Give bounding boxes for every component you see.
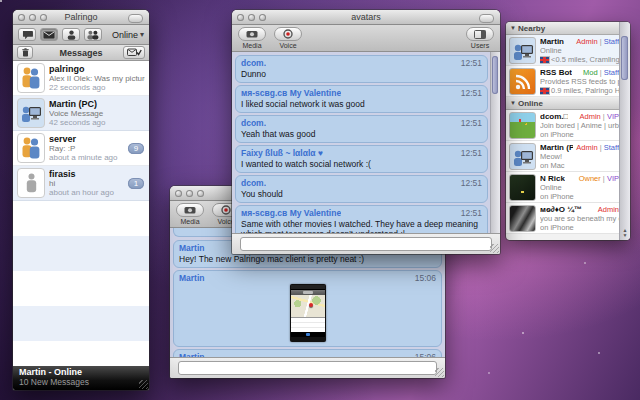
record-icon [221,205,231,215]
resize-grip[interactable] [490,244,499,253]
message-time: 12:51 [461,58,482,68]
minimize-button[interactable] [186,190,193,197]
message-text: Dunno [241,69,482,79]
zoom-button[interactable] [40,14,47,21]
minimize-button[interactable] [29,14,36,21]
person-icon [67,30,76,40]
toolbar-toggle-button[interactable] [128,14,143,23]
zoom-button[interactable] [197,190,204,197]
contact-status: Provides RSS feeds to p... [540,77,619,86]
conversation-list: palringo Alex II Olek: Was my picture ni… [13,61,149,366]
trash-icon [22,48,29,57]
voice-button[interactable]: Voice [274,27,302,49]
map-pin-icon [309,303,313,307]
status-dropdown[interactable]: Online ▾ [112,30,144,40]
users-button[interactable]: Users [466,27,494,49]
conversation-preview: Voice Message [49,109,145,118]
drawer-scrollbar[interactable]: ▲▼ [619,22,630,240]
avatars-window-titlebar[interactable]: avatars [232,10,500,25]
scrollbar-thumb[interactable] [492,56,498,94]
contacts-tab-button[interactable] [62,28,80,41]
role-badge: Staff [604,68,619,77]
contact-row-nrick[interactable]: N Rick Owner | VIP Online on iPhone [506,172,630,203]
avatars-message-area: dcom.12:51 Dunno мя-ѕcвg.cв My Valentine… [232,52,500,233]
contact-location: 0.9 miles, Palringo H... [551,86,619,95]
camera-icon [184,206,196,214]
message-bubble: мя-ѕcвg.cв My Valentine12:51 Same with o… [235,205,488,233]
section-header-online[interactable]: ▼ Online [506,97,630,110]
mark-read-button[interactable] [123,46,145,59]
message-bubble: Faixy ßluß ~ lαlαlα ♥12:51 I wanted to w… [235,145,488,173]
message-time: 12:51 [461,148,482,158]
avatars-window: avatars Media Voice Users dcom.12:51 Dun… [232,10,500,254]
message-input[interactable] [240,237,492,251]
contact-row-mod[interactable]: мѳ∂♦O ¼™ Admin you are so beneath my c..… [506,203,630,234]
contact-row-dcom[interactable]: dcom.□ Admin | VIP Join bored | Anime | … [506,110,630,141]
disclosure-triangle-icon: ▼ [510,100,516,106]
sender-name: Martin [179,273,205,283]
message-text: I wanted to watch social network :( [241,159,482,169]
toolbar-toggle-button[interactable] [479,14,494,23]
conversation-row-server[interactable]: server Ray: :P about a minute ago 9 [13,131,149,166]
conversation-time: 42 seconds ago [49,118,145,127]
avatar [17,98,45,128]
two-people-avatar-icon [21,137,41,159]
minimize-button[interactable] [248,14,255,21]
message-text: Same with other movies I watched. They h… [241,219,482,233]
delete-button[interactable] [17,46,33,59]
conversation-row-palringo[interactable]: palringo Alex II Olek: Was my picture ni… [13,61,149,96]
message-time: 15:06 [415,273,436,283]
groups-tab-button[interactable] [84,28,102,41]
people-icon [87,30,99,40]
uk-flag-icon [540,57,549,63]
contact-row-martin-pc[interactable]: Martin (PC) Admin | Staff Meow! on Mac [506,141,630,172]
unread-badge: 9 [128,143,144,154]
role-badge: Owner [579,174,601,183]
avatar [509,68,536,95]
close-button[interactable] [237,14,244,21]
avatar [509,205,536,232]
contact-status: Online [540,183,619,192]
attached-image-phone-screenshot[interactable] [290,284,326,342]
chat-input-area [170,357,445,378]
messages-tab-button-selected[interactable] [40,28,58,41]
avatar [17,133,45,163]
section-header-nearby[interactable]: ▼ Nearby [506,22,630,35]
media-button[interactable]: Media [176,203,204,225]
contact-device: on iPhone [540,223,619,232]
contact-row-rssbot[interactable]: RSS Bot Mod | Staff Provides RSS feeds t… [506,66,630,97]
chats-tab-button[interactable] [18,28,36,41]
contact-status: Meow! [540,152,619,161]
contact-name: Martin (PC) [540,143,573,152]
scrollbar-thumb[interactable] [621,36,628,80]
contact-name: N Rick [540,174,565,183]
speech-bubble-icon [22,30,33,40]
message-time: 12:51 [461,178,482,188]
message-time: 12:51 [461,118,482,128]
palringo-window-titlebar[interactable]: Palringo [13,10,149,25]
contact-status: Join bored | Anime | urb... [540,121,619,130]
scrollbar-arrows[interactable]: ▲▼ [621,228,629,238]
close-button[interactable] [18,14,25,21]
media-button[interactable]: Media [238,27,266,49]
message-input[interactable] [178,361,437,375]
palringo-toolbar: Online ▾ [13,25,149,45]
record-icon [283,29,293,39]
contact-row-martin[interactable]: Martin Admin | Staff Online <0.5 miles, … [506,35,630,66]
sender-name: Faixy ßluß ~ lαlαlα ♥ [241,148,323,158]
message-bubble: мя-ѕcвg.cв My Valentine12:51 I liked soc… [235,85,488,113]
avatar [509,37,536,64]
role-badge: VIP [607,174,619,183]
message-bubble: Martin 15:06 Voice Message [173,349,442,357]
close-button[interactable] [175,190,182,197]
conversation-row-martin-pc[interactable]: Martin (PC) Voice Message 42 seconds ago [13,96,149,131]
palringo-window: Palringo Online ▾ Messages [13,10,149,390]
messages-scrollbar[interactable] [490,52,500,233]
resize-grip[interactable] [139,380,148,389]
two-people-avatar-icon [21,67,41,89]
person-computer-avatar-icon [512,40,534,62]
resize-grip[interactable] [435,368,444,377]
zoom-button[interactable] [259,14,266,21]
conversation-row-firasis[interactable]: firasis hi about an hour ago 1 [13,166,149,201]
camera-icon [246,30,258,38]
